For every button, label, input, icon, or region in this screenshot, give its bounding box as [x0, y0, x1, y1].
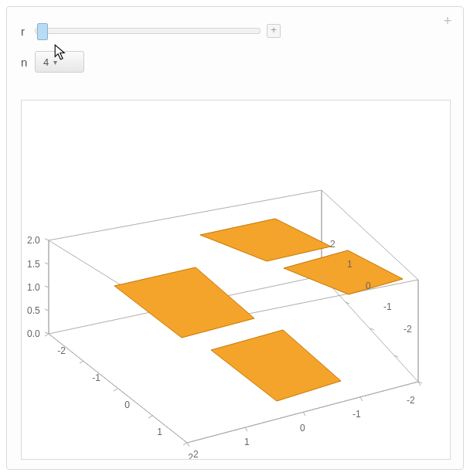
n-dropdown-value: 4: [43, 56, 49, 68]
svg-text:0: 0: [366, 280, 371, 291]
svg-line-11: [45, 286, 49, 287]
svg-line-30: [245, 427, 247, 431]
x-axis-ticks: -2 -1 0 1 2: [45, 334, 193, 459]
svg-text:0.0: 0.0: [27, 328, 40, 339]
svg-line-29: [187, 443, 189, 447]
slider-expand-button[interactable]: +: [267, 24, 281, 38]
manipulate-panel: + r + n 4 ▾: [6, 6, 464, 470]
chevron-down-icon: ▾: [53, 58, 57, 66]
svg-text:0.5: 0.5: [27, 305, 40, 316]
svg-line-22: [148, 416, 152, 418]
plot-3d[interactable]: 0.0 0.5 1.0 1.5 2.0 -2 -1 0 1 2: [21, 100, 451, 460]
svg-text:1: 1: [244, 437, 250, 447]
svg-text:-1: -1: [352, 409, 361, 420]
svg-text:-1: -1: [92, 372, 100, 383]
svg-text:-2: -2: [407, 395, 415, 406]
r-slider-thumb[interactable]: [37, 23, 48, 40]
plus-icon: +: [444, 13, 452, 29]
z-axis-ticks: 0.0 0.5 1.0 1.5 2.0: [27, 235, 49, 339]
svg-text:0: 0: [300, 423, 305, 434]
surfaces: [114, 219, 403, 401]
control-row-n: n 4 ▾: [21, 52, 449, 72]
svg-line-12: [45, 263, 49, 264]
svg-text:2.0: 2.0: [27, 235, 40, 246]
svg-text:1: 1: [157, 427, 162, 437]
controls-area: r + n 4 ▾: [7, 7, 463, 87]
svg-line-19: [45, 334, 49, 336]
r-label: r: [21, 25, 35, 38]
y-axis-ticks: -2 -1 0 1 2: [187, 382, 421, 459]
svg-line-31: [303, 412, 305, 416]
svg-line-21: [114, 389, 118, 391]
control-row-r: r +: [21, 21, 449, 41]
svg-text:1: 1: [347, 259, 352, 270]
svg-text:1.5: 1.5: [27, 259, 40, 270]
panel-options-button[interactable]: +: [441, 15, 454, 27]
svg-line-9: [45, 332, 49, 334]
svg-text:2: 2: [193, 449, 199, 459]
svg-text:1.0: 1.0: [27, 282, 40, 293]
svg-text:-2: -2: [404, 324, 412, 335]
n-dropdown[interactable]: 4 ▾: [35, 51, 84, 73]
svg-line-32: [360, 397, 363, 401]
svg-line-13: [45, 239, 49, 240]
svg-text:0: 0: [124, 400, 130, 410]
svg-marker-7: [114, 267, 254, 338]
r-slider[interactable]: [35, 28, 261, 34]
svg-line-10: [45, 309, 49, 311]
n-label: n: [21, 56, 35, 69]
svg-marker-5: [200, 219, 331, 261]
svg-marker-8: [211, 330, 341, 401]
svg-text:-2: -2: [57, 345, 66, 356]
svg-line-23: [183, 443, 187, 445]
svg-text:-1: -1: [383, 301, 392, 312]
plus-icon: +: [271, 24, 277, 36]
svg-text:2: 2: [330, 239, 335, 250]
svg-line-20: [80, 361, 83, 363]
svg-marker-6: [284, 250, 403, 294]
